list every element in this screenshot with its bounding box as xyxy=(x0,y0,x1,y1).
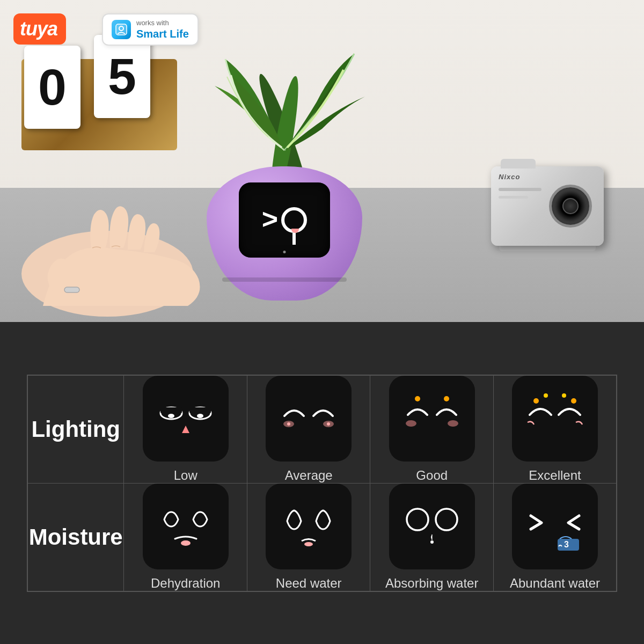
pot-face-expression: > xyxy=(262,207,307,233)
lighting-good-icon xyxy=(389,376,475,462)
camera-brand-text: Nixco xyxy=(499,173,520,181)
moisture-need-water-label: Need water xyxy=(247,576,370,591)
svg-point-26 xyxy=(304,542,313,546)
svg-point-29 xyxy=(430,540,434,544)
pot-display-screen: > xyxy=(239,182,330,258)
lighting-excellent-face-svg xyxy=(520,384,590,453)
svg-point-27 xyxy=(407,509,428,530)
lighting-row: Lighting xyxy=(27,375,617,484)
camera-lens xyxy=(549,185,592,228)
moisture-need-water-icon xyxy=(266,484,352,569)
camera-detail-2 xyxy=(499,196,528,199)
moisture-absorbing-face-svg xyxy=(397,492,467,561)
feature-grid-section: Lighting xyxy=(0,322,644,644)
moisture-absorbing-cell: Absorbing water xyxy=(370,483,494,591)
smart-life-name-label: Smart Life xyxy=(136,27,189,40)
number-card-0: 0 xyxy=(24,46,80,129)
smart-life-badge: works with Smart Life xyxy=(102,13,199,46)
moisture-need-water-cell: Need water xyxy=(247,483,370,591)
moisture-dehydration-icon xyxy=(143,484,229,569)
camera-detail-1 xyxy=(499,188,541,191)
svg-rect-8 xyxy=(160,407,182,413)
plant-pot-area: > xyxy=(193,43,376,301)
feature-table: Lighting xyxy=(27,375,617,592)
svg-point-11 xyxy=(197,414,203,418)
moisture-dehydration-label: Dehydration xyxy=(124,576,247,591)
sensor-dot xyxy=(283,251,286,253)
number-card-5: 5 xyxy=(94,35,150,118)
svg-point-20 xyxy=(448,420,458,427)
svg-point-16 xyxy=(327,422,330,426)
lighting-good-face-svg xyxy=(397,384,467,453)
svg-point-28 xyxy=(436,509,457,530)
works-with-label: works with xyxy=(136,19,189,27)
tuya-badge: tuya xyxy=(13,13,66,45)
moisture-abundant-label: Abundant water xyxy=(494,576,616,591)
svg-point-25 xyxy=(181,540,191,546)
lighting-label: Lighting xyxy=(27,375,124,484)
lighting-average-face-svg xyxy=(274,384,343,453)
svg-point-24 xyxy=(562,393,566,398)
svg-point-21 xyxy=(533,398,539,404)
pot-ridge xyxy=(222,277,347,282)
lighting-good-cell: Good xyxy=(370,375,494,484)
svg-rect-3 xyxy=(64,287,79,292)
lighting-average-icon xyxy=(266,376,352,462)
svg-point-23 xyxy=(571,398,576,404)
tuya-logo-text: tuya xyxy=(20,18,57,40)
svg-point-22 xyxy=(544,393,548,398)
pot-body: > xyxy=(207,166,362,301)
camera-lens-inner xyxy=(562,198,579,214)
moisture-abundant-face-svg: 3 xyxy=(520,492,590,561)
svg-marker-12 xyxy=(182,426,189,433)
camera-top-bump xyxy=(501,159,536,169)
number-cards-area: 0 5 xyxy=(16,30,188,153)
svg-point-18 xyxy=(444,396,449,401)
moisture-need-water-face-svg xyxy=(274,492,343,561)
svg-point-10 xyxy=(168,414,174,418)
lighting-average-cell: Average xyxy=(247,375,370,484)
moisture-dehydration-cell: Dehydration xyxy=(124,483,247,591)
moisture-abundant-cell: 3 Abundant water xyxy=(493,483,617,591)
product-hero-section: tuya works with Smart Life 0 5 xyxy=(0,0,644,322)
lighting-low-face-svg xyxy=(151,384,221,453)
lighting-good-label: Good xyxy=(370,468,493,483)
eye-stem xyxy=(292,233,296,245)
face-greater-than: > xyxy=(262,205,278,233)
smart-life-icon xyxy=(112,20,131,39)
moisture-row: Moisture Dehydratio xyxy=(27,483,617,591)
lighting-low-cell: Low xyxy=(124,375,247,484)
svg-rect-9 xyxy=(189,407,211,413)
lighting-excellent-label: Excellent xyxy=(494,468,616,483)
svg-point-17 xyxy=(415,396,420,401)
moisture-absorbing-label: Absorbing water xyxy=(370,576,493,591)
camera-base xyxy=(499,246,596,251)
moisture-label: Moisture xyxy=(27,483,124,591)
camera-body: Nixco xyxy=(491,166,604,246)
camera-area: Nixco xyxy=(491,166,614,268)
smart-life-text-block: works with Smart Life xyxy=(136,19,189,40)
lighting-low-icon xyxy=(143,376,229,462)
moisture-dehydration-face-svg xyxy=(151,492,221,561)
moisture-absorbing-icon xyxy=(389,484,475,569)
lighting-average-label: Average xyxy=(247,468,370,483)
lighting-low-label: Low xyxy=(124,468,247,483)
svg-point-19 xyxy=(406,420,416,427)
lighting-excellent-icon xyxy=(512,376,598,462)
moisture-abundant-icon: 3 xyxy=(512,484,598,569)
lighting-excellent-cell: Excellent xyxy=(493,375,617,484)
svg-point-15 xyxy=(287,422,290,426)
svg-text:3: 3 xyxy=(564,540,569,549)
